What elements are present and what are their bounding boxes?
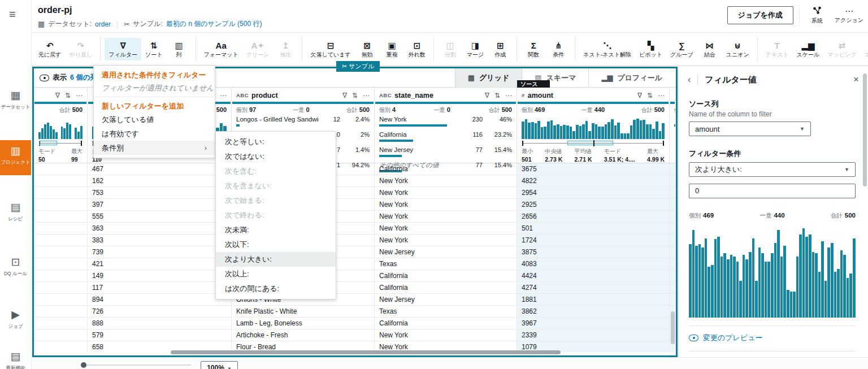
cell-state[interactable]: California [375, 163, 517, 175]
tab-profile[interactable]: ▂▆プロフィール [588, 68, 675, 87]
cell-state[interactable]: New York [375, 175, 517, 187]
cell-product[interactable]: Knife Plastic - White [232, 306, 375, 318]
sort-icon[interactable]: ⇅ [352, 92, 358, 99]
sidebar-item-dataset-grid[interactable]: ▦データセット [0, 85, 31, 120]
cell-amount[interactable]: 1724 [517, 235, 670, 246]
table-row[interactable]: 467California3675 [34, 163, 676, 175]
tool-functions-button[interactable]: Σ関数 [521, 38, 546, 60]
actions-button[interactable]: ⋯ アクション [835, 6, 863, 24]
horizontal-scrollbar[interactable] [35, 350, 668, 354]
filter-value-input[interactable]: 0 [689, 184, 856, 198]
cell-amount[interactable]: 3675 [517, 163, 670, 175]
cell-col1[interactable] [34, 211, 88, 223]
sort-icon[interactable]: ⇅ [65, 92, 71, 99]
range-slider[interactable] [39, 140, 82, 146]
cell-col2[interactable]: 726 [88, 306, 232, 318]
cell-state[interactable]: California [375, 282, 517, 294]
sidebar-item-jobs-play[interactable]: ▶ジョブ [0, 304, 31, 339]
cell-state[interactable]: New York [375, 329, 517, 341]
cell-col2[interactable]: 753 [88, 187, 232, 199]
preview-changes-link[interactable]: 変更のプレビュー [689, 333, 856, 343]
hscroll-thumb[interactable] [171, 350, 561, 354]
submenu-item[interactable]: 次ではない: [216, 149, 336, 164]
tool-missing-button[interactable]: ⊟欠落しています [306, 38, 354, 60]
cell-col2[interactable]: 739 [88, 246, 232, 258]
tool-nest-button[interactable]: ⋱ネスト-ネスト解除 [579, 38, 635, 60]
create-job-button[interactable]: ジョブを作成 [727, 6, 793, 24]
table-row[interactable]: 894Onions - WhiteNew Jersey1881 [34, 294, 676, 306]
ellipsis-icon[interactable]: ⋯ [363, 92, 370, 99]
submenu-item[interactable]: は次の間にある: [216, 281, 336, 296]
applied-filters-header[interactable]: 適用された条件付きフィルター [94, 68, 215, 81]
tool-join-button[interactable]: ⋈結合 [697, 38, 722, 60]
cell-state[interactable]: New Jersey [375, 246, 517, 258]
submenu-item[interactable]: 次と等しい: [216, 134, 336, 149]
cell-col1[interactable] [34, 246, 88, 258]
cell-col1[interactable] [34, 258, 88, 270]
zoom-slider-track[interactable] [86, 364, 191, 366]
cell-amount[interactable]: 2339 [517, 329, 670, 341]
cell-state[interactable]: Texas [375, 306, 517, 318]
cell-col1[interactable] [34, 282, 88, 294]
cell-state[interactable]: New York [375, 187, 517, 199]
source-column-select[interactable]: amount ▼ [689, 121, 811, 136]
slider-range-box[interactable] [39, 141, 57, 145]
sidebar-item-whats-new[interactable]: ▤最新機能 [0, 346, 31, 369]
cell-amount[interactable]: 3967 [517, 318, 670, 329]
cell-state[interactable]: California [375, 318, 517, 329]
sort-icon[interactable]: ⇅ [494, 92, 500, 99]
back-chevron-icon[interactable]: ‹ [688, 75, 691, 85]
cell-state[interactable]: New York [375, 235, 517, 246]
sort-icon[interactable]: ⇅ [647, 92, 653, 99]
submenu-item[interactable]: 次より大きい: [216, 252, 336, 267]
vscroll-thumb[interactable] [671, 311, 675, 344]
table-row[interactable]: 149California4424 [34, 270, 676, 282]
cell-col1[interactable] [34, 318, 88, 329]
tool-duplicate-button[interactable]: ▣重複 [380, 38, 405, 60]
ellipsis-icon[interactable]: ⋯ [505, 92, 512, 99]
tool-invalid-button[interactable]: ⊠無効 [355, 38, 380, 60]
menu-item[interactable]: 欠落している値 [94, 112, 215, 127]
cell-state[interactable]: California [375, 270, 517, 282]
ellipsis-icon[interactable]: ⋯ [658, 92, 665, 99]
vertical-scrollbar[interactable] [671, 164, 675, 348]
table-row[interactable]: 753New York2954 [34, 187, 676, 199]
sidebar-item-recipe-doc[interactable]: ▤レシピ [0, 197, 31, 232]
table-row[interactable]: 579Artichoke - FreshNew York2339 [34, 329, 676, 341]
menu-item[interactable]: は有効です [94, 127, 215, 141]
cell-col1[interactable] [34, 223, 88, 235]
cell-col2[interactable]: 363 [88, 223, 232, 235]
cell-col1[interactable] [34, 187, 88, 199]
tool-scale-button[interactable]: ▂▆スケール [793, 38, 824, 60]
ellipsis-icon[interactable]: ⋯ [220, 92, 227, 99]
cell-amount[interactable]: 3862 [517, 306, 670, 318]
tool-merge-button[interactable]: ◨マージ [463, 38, 488, 60]
sample-link[interactable]: 最初の n 個のサンプル (500 行) [166, 19, 262, 29]
filter-icon[interactable]: ∇ [342, 92, 347, 99]
cell-col1[interactable] [34, 270, 88, 282]
tool-union-button[interactable]: ⊎ユニオン [722, 38, 753, 60]
table-row[interactable]: 162New York4822 [34, 175, 676, 187]
cell-col2[interactable]: 467 [88, 163, 232, 175]
sidebar-item-project-grid[interactable]: ▥プロジェクト [0, 140, 31, 175]
panel-scrollbar[interactable] [863, 72, 867, 351]
cell-col1[interactable] [34, 163, 88, 175]
tool-sort-button[interactable]: ⇅ソート [141, 38, 166, 60]
cell-col2[interactable]: 162 [88, 175, 232, 187]
panel-scroll-thumb[interactable] [863, 73, 867, 186]
cell-state[interactable]: New York [375, 199, 517, 211]
lineage-button[interactable]: 系統 [805, 6, 829, 25]
tool-conditions-button[interactable]: ⋔条件 [546, 38, 571, 60]
filter-icon[interactable]: ∇ [485, 92, 489, 99]
cell-product[interactable]: Artichoke - Fresh [232, 329, 375, 341]
table-row[interactable]: 383New York1724 [34, 235, 676, 246]
cell-col1[interactable] [34, 199, 88, 211]
cell-col2[interactable]: 555 [88, 211, 232, 223]
cell-col1[interactable] [34, 235, 88, 246]
cell-amount[interactable]: 4274 [517, 282, 670, 294]
ellipsis-icon[interactable]: ⋯ [76, 92, 83, 99]
cell-col2[interactable]: 117 [88, 282, 232, 294]
cell-state[interactable]: New Jersey [375, 294, 517, 306]
submenu-item[interactable]: 次以上: [216, 267, 336, 281]
cell-product[interactable]: Lamb - Leg, Boneless [232, 318, 375, 329]
